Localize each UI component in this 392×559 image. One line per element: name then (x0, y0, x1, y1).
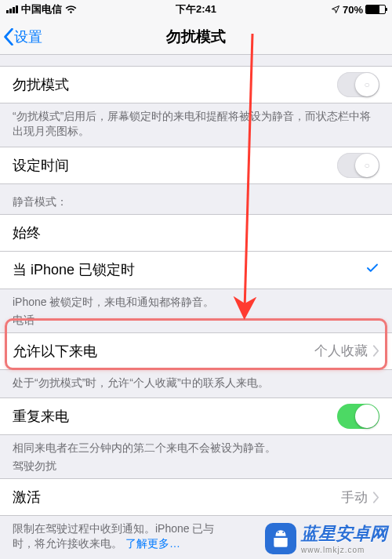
row-allow-calls[interactable]: 允许以下来电 个人收藏 (0, 332, 392, 370)
row-repeat-calls[interactable]: 重复来电 (0, 397, 392, 435)
location-icon (331, 5, 340, 14)
watermark-text: 蓝星安卓网 (301, 524, 387, 543)
row-allow-calls-label: 允许以下来电 (13, 342, 314, 361)
row-dnd-label: 勿扰模式 (13, 75, 337, 94)
row-activate-label: 激活 (13, 488, 341, 506)
chevron-right-icon (372, 492, 379, 503)
header-silence: 静音模式： (0, 184, 392, 214)
row-repeat-calls-label: 重复来电 (13, 407, 337, 426)
row-when-locked-label: 当 iPhone 已锁定时 (13, 260, 365, 279)
row-always-label: 始终 (13, 223, 379, 242)
checkmark-icon (365, 261, 379, 279)
row-activate[interactable]: 激活 手动 (0, 478, 392, 516)
signal-icon (6, 5, 18, 13)
footer-dnd: “勿扰模式”启用后，屏幕锁定时的来电和提醒将被设为静音，而状态栏中将出现月亮图标… (0, 103, 392, 147)
watermark: 蓝星安卓网 www.lmkjz.com (265, 522, 387, 554)
toggle-schedule[interactable] (337, 153, 379, 178)
battery-icon (365, 5, 386, 14)
page-title: 勿扰模式 (0, 27, 392, 47)
row-always[interactable]: 始终 (0, 214, 392, 252)
footer-locked: iPhone 被锁定时，来电和通知都将静音。 (0, 289, 392, 311)
row-allow-calls-value: 个人收藏 (314, 342, 368, 360)
learn-more-link[interactable]: 了解更多… (125, 537, 180, 550)
header-driving: 驾驶勿扰 (0, 457, 392, 478)
toggle-dnd[interactable] (337, 72, 379, 97)
status-bar: 中国电信 下午2:41 70% (0, 0, 392, 19)
footer-allow: 处于“勿扰模式”时，允许“个人收藏”中的联系人来电。 (0, 370, 392, 398)
row-activate-value: 手动 (341, 488, 368, 506)
nav-bar: 设置 勿扰模式 (0, 19, 392, 55)
row-dnd[interactable]: 勿扰模式 (0, 66, 392, 103)
watermark-url: www.lmkjz.com (301, 546, 387, 554)
chevron-right-icon (372, 345, 379, 357)
watermark-logo-icon (265, 523, 296, 554)
status-time: 下午2:41 (176, 2, 216, 16)
row-schedule[interactable]: 设定时间 (0, 147, 392, 184)
battery-pct: 70% (343, 4, 363, 16)
carrier-label: 中国电信 (21, 2, 62, 16)
toggle-repeat-calls[interactable] (337, 404, 379, 429)
footer-repeat: 相同来电者在三分钟内的第二个来电不会被设为静音。 (0, 435, 392, 457)
wifi-icon (65, 5, 77, 14)
row-schedule-label: 设定时间 (13, 156, 337, 175)
header-phone: 电话 (0, 311, 392, 332)
row-when-locked[interactable]: 当 iPhone 已锁定时 (0, 252, 392, 289)
